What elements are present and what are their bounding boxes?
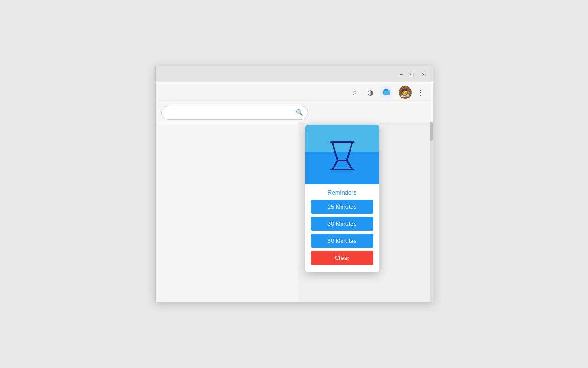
toolbar-divider: [396, 88, 396, 97]
30-minutes-button[interactable]: 30 Minutes: [311, 217, 373, 231]
close-button[interactable]: ×: [418, 69, 429, 80]
popup-buttons: 15 Minutes 30 Minutes 60 Minutes Clear: [305, 200, 379, 265]
minimize-button[interactable]: −: [396, 69, 407, 80]
15-minutes-button[interactable]: 15 Minutes: [311, 200, 373, 214]
hourglass-icon: [328, 138, 356, 172]
scrollbar[interactable]: [430, 122, 433, 302]
scrollbar-thumb[interactable]: [430, 122, 433, 141]
maximize-button[interactable]: □: [407, 69, 418, 80]
clear-button[interactable]: Clear: [311, 251, 373, 265]
avatar[interactable]: 🧑‍🎨: [399, 86, 412, 99]
contrast-icon[interactable]: ◑: [364, 86, 377, 99]
more-menu-icon[interactable]: ⋮: [414, 86, 427, 99]
popup-title: Reminders: [305, 189, 379, 196]
svg-rect-1: [384, 89, 388, 91]
popup-illustration: [305, 125, 379, 184]
browser-window: − □ × ☆ ◑ 🧑‍🎨 ⋮ 🔍: [155, 66, 433, 302]
title-bar: − □ ×: [156, 66, 433, 82]
svg-marker-3: [332, 161, 352, 170]
toolbar: ☆ ◑ 🧑‍🎨 ⋮: [156, 82, 433, 103]
left-panel: [156, 122, 298, 302]
svg-marker-2: [332, 142, 352, 161]
address-bar-row: 🔍: [156, 103, 433, 122]
popup-panel: Reminders 15 Minutes 30 Minutes 60 Minut…: [305, 125, 379, 272]
search-icon: 🔍: [296, 109, 303, 116]
bookmark-icon[interactable]: ☆: [349, 86, 362, 99]
60-minutes-button[interactable]: 60 Minutes: [311, 234, 373, 248]
address-bar[interactable]: 🔍: [161, 106, 308, 120]
extension-icon[interactable]: [380, 86, 393, 99]
page-content: Reminders 15 Minutes 30 Minutes 60 Minut…: [156, 122, 433, 302]
